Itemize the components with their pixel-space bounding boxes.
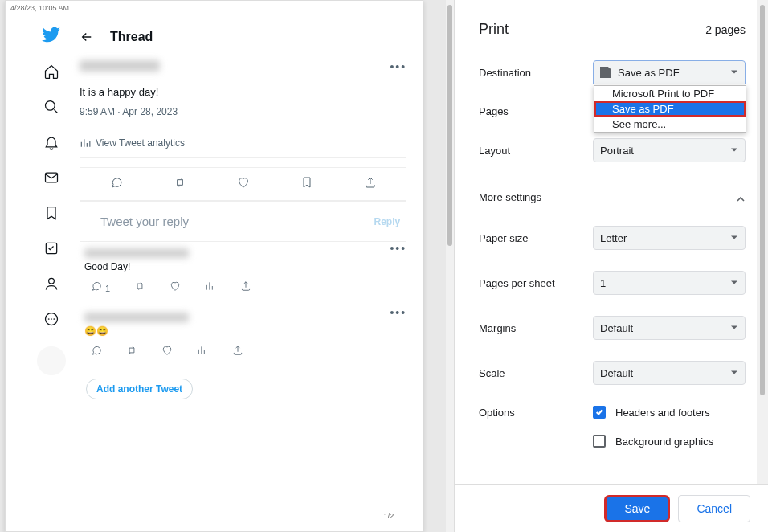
compose-circle[interactable] (37, 346, 66, 375)
cancel-button[interactable]: Cancel (678, 495, 750, 522)
reply-icon[interactable] (91, 345, 102, 359)
more-settings-toggle[interactable]: More settings (479, 183, 746, 211)
like-icon[interactable] (237, 176, 250, 192)
twitter-logo-icon (42, 25, 61, 47)
margins-select[interactable]: Default (593, 316, 746, 340)
views-icon[interactable] (205, 280, 216, 295)
tweet-time: 9:59 AM · Apr 28, 2023 (80, 106, 406, 117)
margins-value: Default (600, 322, 633, 334)
dialog-footer: Save Cancel (455, 484, 768, 532)
destination-label: Destination (479, 67, 593, 79)
destination-value: Save as PDF (618, 67, 680, 79)
share-icon[interactable] (240, 280, 251, 295)
page-count: 2 pages (705, 23, 746, 36)
reply-item: ••• 😄😄 (80, 306, 406, 370)
scale-select[interactable]: Default (593, 361, 746, 385)
headers-label: Headers and footers (615, 407, 710, 419)
reply-text: Good Day! (84, 261, 402, 272)
reply-composer[interactable]: Tweet your reply Reply (80, 201, 406, 242)
panel-scrollbar[interactable] (757, 0, 768, 484)
save-button[interactable]: Save (604, 495, 670, 522)
add-another-button[interactable]: Add another Tweet (86, 379, 193, 399)
like-icon[interactable] (170, 280, 181, 295)
dropdown-option[interactable]: Microsoft Print to PDF (594, 86, 746, 101)
bg-checkbox[interactable] (593, 435, 606, 448)
scale-value: Default (600, 367, 633, 379)
scale-label: Scale (479, 367, 593, 379)
views-icon[interactable] (197, 345, 208, 359)
dropdown-option-selected[interactable]: Save as PDF (594, 101, 746, 117)
preview-scrollbar[interactable] (446, 0, 454, 532)
svg-point-7 (54, 319, 55, 320)
destination-select[interactable]: Save as PDF Microsoft Print to PDF Save … (593, 60, 746, 84)
reply-text: 😄😄 (84, 325, 402, 337)
dropdown-option[interactable]: See more... (594, 117, 746, 132)
layout-value: Portrait (600, 145, 634, 157)
svg-point-3 (49, 278, 55, 284)
twitter-sidebar (31, 25, 71, 375)
reply-placeholder: Tweet your reply (100, 215, 374, 228)
back-icon[interactable] (80, 30, 94, 44)
options-label: Options (479, 407, 593, 419)
tweet-more-icon[interactable]: ••• (390, 60, 406, 73)
analytics-icon (80, 137, 91, 149)
tweet-text: It is a happy day! (80, 86, 406, 98)
svg-rect-1 (46, 173, 58, 182)
mail-icon[interactable] (43, 170, 59, 189)
retweet-icon[interactable] (134, 280, 145, 295)
svg-point-6 (51, 319, 52, 320)
profile-icon[interactable] (43, 276, 59, 295)
bookmark-icon[interactable] (43, 205, 59, 224)
home-icon[interactable] (43, 63, 59, 83)
reply-icon[interactable]: 1 (91, 280, 110, 295)
more-circle-icon[interactable] (43, 311, 59, 330)
bookmark-action-icon[interactable] (300, 176, 313, 192)
pdf-file-icon (600, 67, 611, 78)
svg-point-5 (48, 319, 49, 320)
reply-item: ••• Good Day! 1 (80, 242, 406, 306)
page-counter: 1/2 (384, 512, 394, 520)
print-title: Print (479, 21, 509, 38)
tweet-author: ••• (80, 60, 406, 80)
reply-icon[interactable] (110, 176, 123, 192)
destination-dropdown: Microsoft Print to PDF Save as PDF See m… (594, 85, 746, 133)
layout-label: Layout (479, 145, 593, 157)
reply-more-icon[interactable]: ••• (390, 306, 406, 319)
share-icon[interactable] (364, 176, 377, 192)
margins-label: Margins (479, 322, 593, 334)
chevron-up-icon (736, 193, 746, 203)
pages-label: Pages (479, 105, 593, 117)
layout-select[interactable]: Portrait (593, 138, 746, 162)
share-icon[interactable] (232, 345, 243, 359)
tweet-actions (80, 167, 406, 201)
reply-button[interactable]: Reply (374, 216, 400, 227)
print-dialog: Print 2 pages Destination Save as PDF Mi… (454, 0, 768, 532)
search-icon[interactable] (43, 99, 59, 118)
paper-size-value: Letter (600, 232, 627, 244)
pps-select[interactable]: 1 (593, 271, 746, 295)
like-icon[interactable] (161, 345, 173, 359)
bell-icon[interactable] (43, 134, 59, 153)
retweet-icon[interactable] (174, 176, 186, 192)
preview-timestamp: 4/28/23, 10:05 AM (6, 1, 423, 15)
analytics-link[interactable]: View Tweet analytics (96, 137, 185, 149)
pps-value: 1 (600, 277, 606, 289)
reply-more-icon[interactable]: ••• (390, 242, 406, 255)
paper-size-label: Paper size (479, 232, 593, 244)
retweet-icon[interactable] (126, 345, 137, 359)
print-preview: 4/28/23, 10:05 AM Th (0, 0, 446, 532)
thread-title: Thread (110, 30, 153, 44)
paper-size-select[interactable]: Letter (593, 226, 746, 250)
headers-checkbox[interactable] (593, 406, 606, 419)
pps-label: Pages per sheet (479, 277, 593, 289)
twitter-blue-icon[interactable] (43, 240, 59, 260)
bg-label: Background graphics (615, 436, 713, 448)
svg-point-0 (46, 101, 55, 111)
